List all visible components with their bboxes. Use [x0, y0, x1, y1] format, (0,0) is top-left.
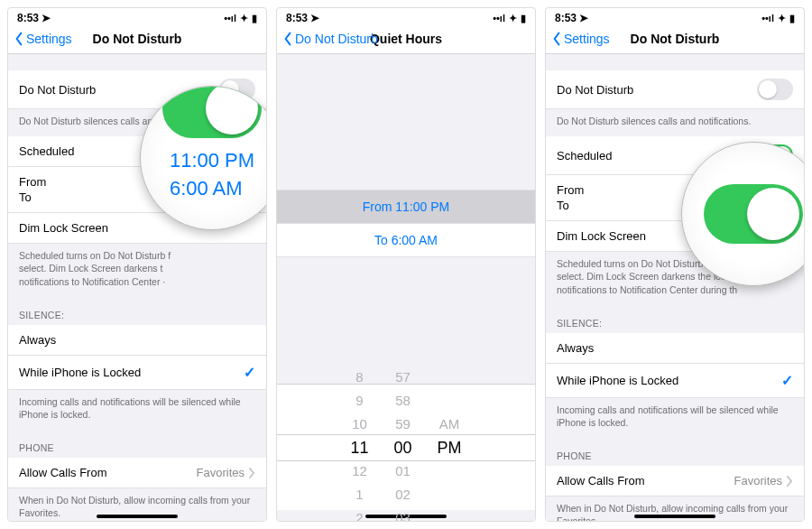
row-allow-calls[interactable]: Allow Calls From Favorites: [8, 458, 266, 488]
from-label: From: [19, 175, 46, 189]
back-button[interactable]: Settings: [14, 32, 72, 46]
always-label: Always: [19, 333, 56, 347]
home-indicator[interactable]: [97, 515, 178, 518]
allow-calls-value: Favorites: [734, 474, 782, 487]
dnd-toggle[interactable]: [757, 79, 793, 100]
always-label: Always: [557, 341, 594, 355]
quiet-hours-from[interactable]: From 11:00 PM: [277, 190, 535, 224]
content: Do Not Disturb Do Not Disturb silences c…: [546, 54, 804, 521]
wifi-icon: ✦: [240, 13, 248, 24]
check-icon: ✓: [244, 364, 255, 381]
dnd-label: Do Not Disturb: [19, 83, 96, 97]
silence-header: SILENCE:: [546, 305, 804, 333]
to-label: To: [557, 199, 584, 212]
row-always[interactable]: Always: [546, 333, 804, 364]
chevron-left-icon: [282, 32, 293, 46]
status-time: 8:53: [555, 12, 577, 24]
quiet-hours-to[interactable]: To 6:00 AM: [277, 224, 535, 257]
navbar: Settings Do Not Disturb: [546, 26, 804, 54]
allow-calls-label: Allow Calls From: [19, 466, 107, 479]
allow-calls-label: Allow Calls From: [557, 474, 645, 487]
chevron-left-icon: [14, 32, 24, 46]
signal-icon: ••ıl: [493, 13, 505, 23]
row-dnd-toggle[interactable]: Do Not Disturb: [546, 70, 804, 109]
wifi-icon: ✦: [509, 13, 517, 24]
allow-calls-value: Favorites: [197, 466, 245, 479]
row-while-locked[interactable]: While iPhone is Locked ✓: [546, 364, 804, 398]
battery-icon: ▮: [252, 13, 257, 24]
chevron-right-icon: [248, 468, 255, 478]
screen-quiet-hours: 8:53 ➤ ••ıl✦▮ Do Not Disturb Quiet Hours…: [276, 7, 536, 522]
status-right: ••ıl✦▮: [761, 13, 795, 24]
content: From 11:00 PM To 6:00 AM 8 9 10 11 12 1 …: [277, 54, 535, 521]
row-always[interactable]: Always: [8, 325, 266, 356]
sched-footer: Scheduled turns on Do Not Disturb fselec…: [8, 244, 266, 297]
location-icon: ➤: [579, 12, 588, 24]
from-label: From: [557, 183, 584, 197]
home-indicator[interactable]: [634, 515, 715, 518]
status-right: ••ıl✦▮: [224, 13, 257, 24]
navbar: Do Not Disturb Quiet Hours: [277, 26, 535, 54]
status-bar: 8:53 ➤ ••ıl✦▮: [277, 8, 535, 26]
back-button[interactable]: Settings: [551, 32, 610, 46]
location-icon: ➤: [42, 12, 51, 24]
status-bar: 8:53 ➤ ••ıl✦▮: [546, 8, 804, 26]
row-while-locked[interactable]: While iPhone is Locked ✓: [8, 356, 266, 390]
picker-mins[interactable]: 57 58 59 00 01 02 03: [382, 366, 425, 522]
silence-header: SILENCE:: [8, 297, 266, 325]
status-right: ••ıl✦▮: [493, 13, 526, 24]
picker-hours[interactable]: 8 9 10 11 12 1 2: [337, 366, 381, 522]
dnd-label: Do Not Disturb: [557, 83, 633, 97]
dim-label: Dim Lock Screen: [19, 221, 108, 235]
back-button[interactable]: Do Not Disturb: [282, 32, 378, 46]
phone-header: PHONE: [546, 438, 804, 466]
battery-icon: ▮: [521, 13, 526, 24]
screen-dnd-2: 8:53 ➤ ••ıl✦▮ Settings Do Not Disturb Do…: [545, 7, 805, 522]
status-time: 8:53: [286, 12, 308, 24]
status-bar: 8:53 ➤ ••ıl✦▮: [8, 8, 266, 26]
row-allow-calls[interactable]: Allow Calls From Favorites: [546, 466, 804, 497]
screen-dnd-1: 8:53 ➤ ••ıl✦▮ Settings Do Not Disturb Do…: [7, 7, 267, 522]
while-locked-label: While iPhone is Locked: [557, 374, 678, 387]
silence-footer: Incoming calls and notifications will be…: [546, 398, 804, 438]
back-label: Do Not Disturb: [295, 32, 378, 46]
to-label: To: [19, 190, 46, 204]
back-label: Settings: [564, 32, 610, 46]
big-dim-toggle: [704, 184, 803, 244]
signal-icon: ••ıl: [761, 13, 774, 23]
phone-header: PHONE: [8, 430, 266, 458]
check-icon: ✓: [781, 372, 793, 389]
silence-footer: Incoming calls and notifications will be…: [8, 390, 266, 430]
scheduled-label: Scheduled: [557, 149, 612, 162]
back-label: Settings: [26, 32, 72, 46]
wifi-icon: ✦: [778, 13, 786, 24]
signal-icon: ••ıl: [224, 13, 236, 23]
dim-label: Dim Lock Screen: [557, 229, 646, 243]
chevron-right-icon: [786, 476, 793, 487]
while-locked-label: While iPhone is Locked: [19, 366, 141, 379]
battery-icon: ▮: [789, 13, 795, 24]
time-picker[interactable]: 8 9 10 11 12 1 2 57 58 59 00 01 02 03 AM…: [277, 384, 535, 510]
navbar: Settings Do Not Disturb: [8, 26, 266, 54]
scheduled-label: Scheduled: [19, 144, 74, 158]
picker-ampm[interactable]: AM PM: [425, 413, 475, 483]
mag-from-time: 11:00 PM: [170, 147, 254, 175]
dnd-footer: Do Not Disturb silences calls and notifi…: [546, 109, 804, 136]
mag-to-time: 6:00 AM: [170, 175, 254, 203]
status-time: 8:53: [17, 12, 39, 24]
chevron-left-icon: [551, 32, 562, 46]
location-icon: ➤: [310, 12, 319, 24]
